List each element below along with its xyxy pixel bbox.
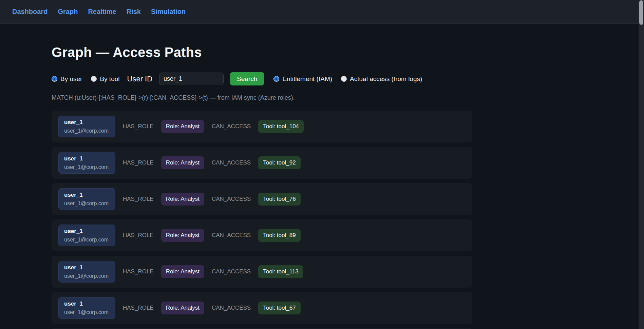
user-name: user_1: [64, 155, 110, 162]
user-name: user_1: [64, 228, 110, 235]
path-row: user_1 user_1@corp.com HAS_ROLE Role: An…: [52, 183, 472, 215]
edge-can-access-label: CAN_ACCESS: [212, 232, 251, 239]
user-node-card: user_1 user_1@corp.com: [58, 297, 115, 319]
radio-by-user[interactable]: By user: [52, 75, 82, 83]
user-email: user_1@corp.com: [64, 164, 110, 170]
top-navbar: Dashboard Graph Realtime Risk Simulation: [0, 0, 639, 24]
user-node-card: user_1 user_1@corp.com: [58, 188, 115, 210]
user-email: user_1@corp.com: [64, 200, 110, 207]
path-row: user_1 user_1@corp.com HAS_ROLE Role: An…: [52, 111, 472, 142]
vertical-scrollbar-track[interactable]: [639, 0, 644, 329]
path-row: user_1 user_1@corp.com HAS_ROLE Role: An…: [52, 292, 472, 324]
nav-item-graph[interactable]: Graph: [58, 8, 78, 16]
edge-can-access-label: CAN_ACCESS: [212, 123, 251, 130]
path-row: user_1 user_1@corp.com HAS_ROLE Role: An…: [52, 256, 472, 288]
path-row: user_1 user_1@corp.com HAS_ROLE Role: An…: [52, 147, 472, 179]
tool-node-badge: Tool: tool_67: [258, 302, 300, 314]
main-content: Graph — Access Paths By user By tool Use…: [52, 24, 472, 329]
user-name: user_1: [64, 119, 110, 126]
radio-actual-access-dot[interactable]: [341, 76, 347, 82]
user-node-card: user_1 user_1@corp.com: [58, 261, 115, 283]
nav-item-risk[interactable]: Risk: [127, 8, 141, 16]
tool-node-badge: Tool: tool_89: [258, 229, 300, 242]
edge-has-role-label: HAS_ROLE: [123, 159, 154, 166]
user-email: user_1@corp.com: [64, 273, 110, 279]
user-email: user_1@corp.com: [64, 128, 110, 134]
nav-item-simulation[interactable]: Simulation: [151, 8, 186, 16]
edge-has-role-label: HAS_ROLE: [123, 123, 154, 130]
page-title: Graph — Access Paths: [52, 45, 472, 60]
radio-by-tool[interactable]: By tool: [91, 75, 119, 83]
role-node-badge: Role: Analyst: [161, 265, 204, 278]
search-button[interactable]: Search: [230, 72, 264, 85]
role-node-badge: Role: Analyst: [161, 120, 204, 133]
tool-node-badge: Tool: tool_92: [258, 156, 300, 169]
radio-by-user-label: By user: [60, 75, 82, 83]
edge-has-role-label: HAS_ROLE: [123, 268, 154, 275]
user-node-card: user_1 user_1@corp.com: [58, 116, 115, 137]
role-node-badge: Role: Analyst: [161, 229, 204, 242]
radio-actual-access[interactable]: Actual access (from logs): [341, 75, 422, 83]
user-name: user_1: [64, 192, 110, 198]
edge-can-access-label: CAN_ACCESS: [212, 268, 251, 275]
nav-item-realtime[interactable]: Realtime: [88, 8, 116, 16]
radio-entitlement-iam-label: Entitlement (IAM): [282, 75, 332, 83]
user-email: user_1@corp.com: [64, 237, 110, 243]
edge-has-role-label: HAS_ROLE: [123, 305, 154, 311]
user-node-card: user_1 user_1@corp.com: [58, 152, 115, 174]
user-name: user_1: [64, 301, 110, 307]
user-node-card: user_1 user_1@corp.com: [58, 225, 115, 246]
role-node-badge: Role: Analyst: [161, 302, 204, 314]
edge-can-access-label: CAN_ACCESS: [212, 159, 251, 166]
access-path-list: user_1 user_1@corp.com HAS_ROLE Role: An…: [52, 111, 472, 329]
edge-has-role-label: HAS_ROLE: [123, 196, 154, 202]
radio-entitlement-iam-dot[interactable]: [273, 76, 279, 82]
radio-by-tool-label: By tool: [100, 75, 119, 83]
controls-row: By user By tool User ID Search Entitleme…: [52, 72, 472, 85]
cypher-query-caption: MATCH (u:User)-[:HAS_ROLE]->(r)-[:CAN_AC…: [52, 94, 472, 101]
edge-has-role-label: HAS_ROLE: [123, 232, 154, 239]
user-name: user_1: [64, 264, 110, 271]
radio-actual-access-label: Actual access (from logs): [350, 75, 422, 83]
path-row: user_1 user_1@corp.com HAS_ROLE Role: An…: [52, 219, 472, 251]
role-node-badge: Role: Analyst: [161, 156, 204, 169]
user-email: user_1@corp.com: [64, 309, 110, 315]
radio-entitlement-iam[interactable]: Entitlement (IAM): [273, 75, 332, 83]
vertical-scrollbar-thumb[interactable]: [639, 0, 643, 25]
user-id-label: User ID: [127, 75, 153, 83]
role-node-badge: Role: Analyst: [161, 193, 204, 206]
edge-can-access-label: CAN_ACCESS: [212, 305, 251, 311]
tool-node-badge: Tool: tool_113: [258, 265, 303, 278]
radio-by-user-dot[interactable]: [52, 76, 57, 82]
user-id-input[interactable]: [159, 73, 224, 85]
nav-item-dashboard[interactable]: Dashboard: [12, 8, 48, 16]
edge-can-access-label: CAN_ACCESS: [212, 196, 251, 202]
tool-node-badge: Tool: tool_104: [258, 120, 304, 133]
radio-by-tool-dot[interactable]: [91, 76, 97, 82]
tool-node-badge: Tool: tool_76: [258, 193, 300, 206]
